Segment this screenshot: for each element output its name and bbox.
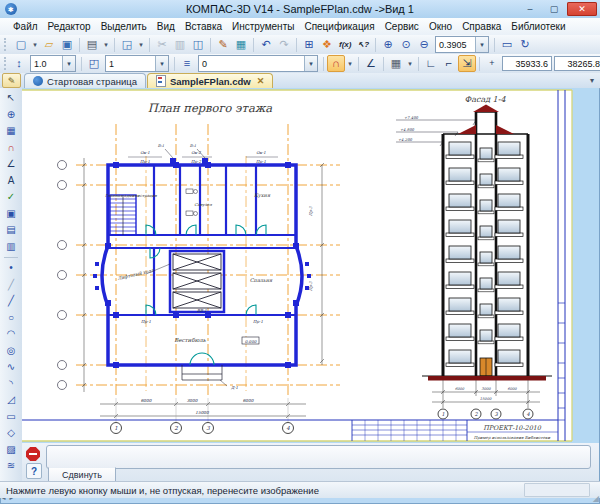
image-tool-icon[interactable]: ▣ — [2, 206, 21, 223]
refresh-view-icon[interactable]: ↻ — [516, 36, 534, 53]
layer-combo[interactable]: 0 ▾ — [198, 55, 318, 72]
paste-icon[interactable]: ◫ — [189, 36, 207, 53]
tree-toggle-button[interactable]: ✎ — [2, 73, 21, 88]
chamfer-tool-icon[interactable]: ◿ — [2, 392, 21, 409]
polygon-tool-icon[interactable]: ◇ — [2, 425, 21, 442]
view-icon: ◰ — [85, 55, 103, 72]
toolbar-grip[interactable] — [4, 57, 6, 70]
segment-tool-icon[interactable]: ╱ — [2, 293, 21, 310]
minimize-button[interactable]: – — [519, 2, 541, 16]
zoom-scale-combo[interactable]: 0.3905 ▾ — [435, 36, 489, 53]
new-document-icon[interactable]: ▢ — [12, 36, 30, 53]
ortho-button[interactable]: ⇲ — [458, 55, 476, 72]
copy-icon[interactable]: ▥ — [171, 36, 189, 53]
mark-lintel: Пр-1 — [256, 159, 266, 164]
menu-item[interactable]: Инструменты — [227, 20, 299, 33]
tab-list-caret-icon[interactable]: ▾ — [590, 76, 594, 85]
multiline-tool-icon[interactable]: ≋ — [2, 458, 21, 475]
grid-button[interactable]: ▦ — [387, 55, 405, 72]
tab-start-page[interactable]: Стартовая страница — [24, 73, 146, 88]
tab-sample-fplan[interactable]: SampleFPlan.cdw ✕ — [147, 73, 273, 88]
preview-caret-icon[interactable]: ▾ — [136, 36, 146, 53]
tab-close-icon[interactable]: ✕ — [257, 76, 265, 86]
angle-snap-button[interactable]: ∠ — [362, 55, 380, 72]
menu-item[interactable]: Окно — [424, 20, 457, 33]
open-folder-icon[interactable]: ▱ — [40, 36, 58, 53]
new-document-caret-icon[interactable]: ▾ — [30, 36, 40, 53]
corner-button[interactable]: ⌐ — [440, 55, 458, 72]
local-cs-button[interactable]: ∟ — [422, 55, 440, 72]
panel-tab-move[interactable]: Сдвинуть — [48, 467, 116, 482]
menu-item[interactable]: Файл — [8, 20, 43, 33]
toolbar-separator — [296, 38, 297, 52]
drawing-canvas[interactable]: 0.000 План первого этажа Главная админис… — [22, 88, 599, 443]
fit-document-icon[interactable]: ▭ — [498, 36, 516, 53]
menu-item[interactable]: Справка — [457, 20, 506, 33]
zoom-out-icon[interactable]: ⊖ — [415, 36, 433, 53]
spline-tool-icon[interactable]: ∿ — [2, 359, 21, 376]
point-tool-icon[interactable]: • — [2, 260, 21, 277]
properties-icon[interactable]: ▦ — [232, 36, 250, 53]
save-icon[interactable]: ▣ — [58, 36, 76, 53]
zoom-window-icon[interactable]: ⊙ — [397, 36, 415, 53]
menu-item[interactable]: Редактор — [43, 20, 96, 33]
cut-icon[interactable]: ✂ — [153, 36, 171, 53]
combo-caret-icon[interactable]: ▾ — [155, 56, 168, 71]
text-tool-icon[interactable]: A — [2, 173, 21, 190]
print-icon[interactable]: ▤ — [83, 36, 101, 53]
grid-tool-icon[interactable]: ▦ — [2, 123, 21, 140]
print-caret-icon[interactable]: ▾ — [101, 36, 111, 53]
undo-icon[interactable]: ↶ — [257, 36, 275, 53]
coord-y-field[interactable]: 38265.8 — [554, 56, 600, 71]
menu-item[interactable]: Вид — [152, 20, 180, 33]
resize-grip[interactable]: ◢ — [593, 494, 599, 503]
context-help-icon[interactable]: ↖? — [354, 36, 372, 53]
menu-item[interactable]: Спецификация — [299, 20, 379, 33]
hatch-tool-icon[interactable]: ▨ — [2, 442, 21, 459]
pointer-tool-icon[interactable]: ↖ — [2, 90, 21, 107]
combo-caret-icon[interactable]: ▾ — [304, 56, 317, 71]
variables-icon[interactable]: ⊞ — [300, 36, 318, 53]
angle-tool-icon[interactable]: ∠ — [2, 156, 21, 173]
view-number-combo[interactable]: 1 ▾ — [105, 55, 169, 72]
zoom-in-icon[interactable]: ⊕ — [379, 36, 397, 53]
combo-caret-icon[interactable]: ▾ — [62, 56, 75, 71]
window-title: КОМПАС-3D V14 - SampleFPlan.cdw ->Вид 1 — [0, 3, 600, 15]
scale-combo[interactable]: 1.0 ▾ — [30, 55, 76, 72]
fillet-tool-icon[interactable]: ◝ — [2, 376, 21, 393]
close-button[interactable]: ✕ — [567, 2, 597, 16]
menu-item[interactable]: Вставка — [180, 20, 227, 33]
fragment-tool-icon[interactable]: ▤ — [2, 222, 21, 239]
toolbar-grip[interactable] — [4, 38, 8, 51]
geometry-calc-icon[interactable]: ⊕ — [2, 107, 21, 124]
mark-side: Пр-3 — [308, 281, 313, 291]
snap-magnet-icon[interactable]: ∩ — [2, 140, 21, 157]
arc-tool-icon[interactable]: ◠ — [2, 326, 21, 343]
snap-magnet-button[interactable]: ∩ — [327, 55, 345, 72]
spellcheck-icon[interactable]: ✓ — [2, 189, 21, 206]
dim-label: 6000 — [455, 387, 465, 391]
collection-tool-icon[interactable]: ▥ — [2, 239, 21, 256]
coord-x-field[interactable]: 35933.6 — [502, 56, 552, 71]
aux-line-tool-icon[interactable]: ╱ — [2, 277, 21, 294]
grid-caret-icon[interactable]: ▾ — [405, 55, 415, 72]
print-preview-icon[interactable]: ◲ — [118, 36, 136, 53]
menu-item[interactable]: Выделить — [96, 20, 152, 33]
status-cell — [524, 483, 590, 497]
ellipse-tool-icon[interactable]: ◎ — [2, 343, 21, 360]
toolbar-standard: ▢▾▱▣▤▾◲▾✂▥◫✎▦↶↷⊞❖f(x)↖?⊕⊙⊖ 0.3905 ▾ ▭↻ — [0, 35, 600, 55]
snap-caret-icon[interactable]: ▾ — [345, 55, 355, 72]
property-bar[interactable] — [46, 445, 591, 469]
rectangle-tool-icon[interactable]: ▭ — [2, 409, 21, 426]
maximize-button[interactable]: ▢ — [543, 2, 565, 16]
fx-icon[interactable]: f(x) — [336, 36, 354, 53]
menu-item[interactable]: Библиотеки — [506, 20, 570, 33]
stop-button[interactable] — [26, 447, 40, 461]
combo-caret-icon[interactable]: ▾ — [475, 37, 488, 52]
copy-properties-icon[interactable]: ✎ — [214, 36, 232, 53]
redo-icon[interactable]: ↷ — [275, 36, 293, 53]
panel-help-button[interactable]: ? — [26, 463, 42, 479]
menu-item[interactable]: Сервис — [380, 20, 424, 33]
circle-tool-icon[interactable]: ○ — [2, 310, 21, 327]
library-manager-icon[interactable]: ❖ — [318, 36, 336, 53]
